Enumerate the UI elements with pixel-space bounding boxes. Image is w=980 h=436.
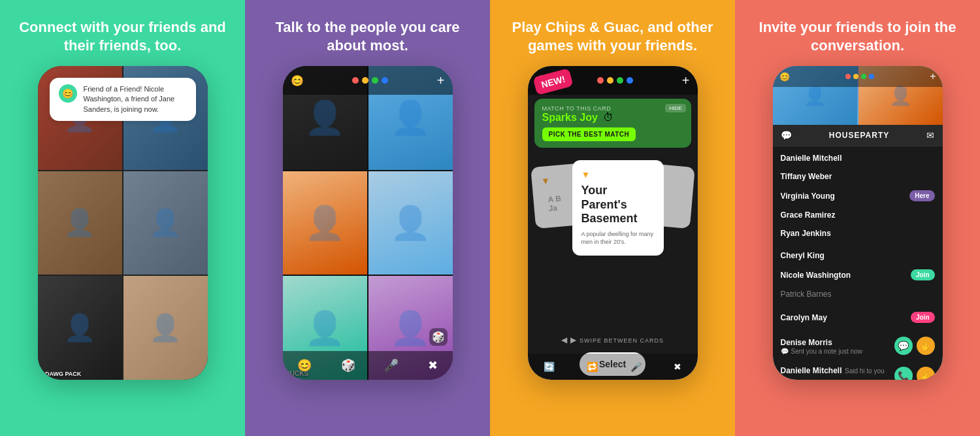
video-preview-4: 👤 👤 😊 + (773, 66, 943, 125)
friend-name-cheryl-king: Cheryl King (781, 251, 825, 260)
add-button-2[interactable]: + (437, 73, 445, 88)
action-hand-denise[interactable]: ✋ (917, 337, 935, 355)
match-title: Sparks Joy (542, 112, 598, 124)
friend-info-denise: Denise Morris 💬 Sent you a note just now (781, 336, 863, 355)
arrows-icon: ◀ ▶ (561, 335, 577, 344)
friend-name-carolyn-may: Carolyn May (781, 313, 827, 322)
hide-btn[interactable]: HIDE (665, 104, 685, 112)
friend-name-virginia-young: Virginia Young (781, 192, 835, 201)
friend-row-virginia-young: Virginia Young Here (773, 186, 943, 206)
friend-cell-3: 👤 (38, 171, 122, 275)
dot-red-3 (597, 77, 604, 84)
denise-sub: 💬 Sent you a note just now (781, 348, 863, 355)
dot-green-2 (372, 77, 378, 84)
badge-join-carolyn[interactable]: Join (911, 312, 935, 323)
face-emoji-2: 😊 (291, 75, 304, 87)
friend-cell-4: 👤 (123, 171, 208, 275)
panel-games: Play Chips & Guac, and other games with … (490, 0, 735, 436)
friend-name-grace-ramirez: Grace Ramirez (781, 210, 836, 220)
top-dots-3 (597, 77, 633, 84)
dot-yellow-3 (607, 77, 613, 84)
dot-red-4 (845, 74, 851, 79)
match-card: MATCH TO THIS CARD Sparks Joy ⏱ PICK THE… (534, 99, 691, 148)
friend-row-ryan-jenkins: Ryan Jenkins (773, 224, 943, 243)
card-desc: A popular dwelling for many men in their… (581, 230, 655, 246)
badge-join-nicole[interactable]: Join (911, 269, 935, 280)
video-top-bar: 😊 + (283, 66, 453, 95)
triangle-center: ▼ (581, 169, 655, 180)
notif-icon: 😊 (59, 84, 77, 103)
action-msg-denise[interactable]: 💬 (894, 337, 913, 355)
preview-top-bar: 😊 + (773, 66, 943, 87)
video-bottom-bar: 😊 🎲 🎤 ✖ (283, 351, 453, 380)
dot-green-4 (861, 74, 866, 79)
swipe-hint: ◀ ▶ SWIPE BETWEEN CARDS (528, 331, 698, 348)
pick-best-match-btn[interactable]: PICK THE BEST MATCH (542, 127, 636, 141)
dot-yellow-4 (853, 74, 858, 79)
top-dots-2 (352, 77, 388, 84)
friend-cell-5: 👤 ...DAWG PACK (38, 276, 122, 380)
friends-list-screen: 👤 👤 😊 + 💬 HOUSEPART (773, 66, 943, 380)
person-silhouette-4: 👤 (123, 171, 208, 275)
friend-info-danielle2: Danielle Mitchell Said hi to you 14m ago (781, 364, 894, 380)
dice-icon-2[interactable]: 🎲 (341, 358, 355, 373)
swipe-text: SWIPE BETWEEN CARDS (580, 337, 664, 344)
friend-row-danielle-mitchell: Danielle Mitchell (773, 149, 943, 167)
friend-name-danielle-mitchell: Danielle Mitchell (781, 154, 842, 163)
emoji-icon-2[interactable]: 😊 (297, 358, 312, 373)
game-bottom-bar: 🔄 🔁 🎤 ✖ (528, 354, 698, 380)
dot-blue-2 (382, 77, 388, 84)
denise-sub-text: Sent you a note just now (791, 348, 863, 355)
answer-card-center: ▼ Your Parent's Basement A popular dwell… (572, 160, 664, 256)
add-btn-4[interactable]: + (930, 71, 936, 82)
panel-connect: Connect with your friends and their frie… (0, 0, 245, 436)
dot-blue-3 (627, 77, 633, 84)
panel-1-title: Connect with your friends and their frie… (18, 18, 227, 54)
friend-row-nicole-washington: Nicole Washington Join (773, 265, 943, 285)
person-silhouette-5: 👤 (38, 276, 122, 380)
mic-icon-3[interactable]: 🎤 (630, 361, 642, 372)
dawg-pack-text: ...DAWG PACK (41, 371, 82, 377)
action-hand-danielle2[interactable]: ✋ (917, 367, 935, 380)
friend-name-ryan-jenkins: Ryan Jenkins (781, 229, 831, 238)
houseparty-label: HOUSEPARTY (829, 131, 889, 140)
add-button-3[interactable]: + (682, 73, 690, 88)
mic-icon-2[interactable]: 🎤 (384, 358, 399, 373)
action-phone-danielle2[interactable]: 📞 (894, 367, 913, 380)
phone-3: 😊 + NEW! MATCH TO THIS CARD Sparks Joy ⏱ (528, 66, 698, 380)
close-icon-3[interactable]: ✖ (674, 361, 681, 372)
video-grid: 👤 👤 👤 👤 👤 DUCKS 👤 (283, 66, 453, 380)
friend-notification: 😊 Friend of a Friend! Nicole Washington,… (50, 78, 196, 121)
friend-name-patrick-barnes: Patrick Barnes (781, 290, 832, 299)
person-video-3: 👤 (283, 171, 367, 275)
panel-2-title: Talk to the people you care about most. (263, 18, 472, 54)
friend-name-danielle2: Danielle Mitchell (781, 366, 842, 375)
friend-row-grace-ramirez: Grace Ramirez (773, 206, 943, 224)
dice-overlay: 🎲 (429, 328, 448, 346)
friend-name-nicole-washington: Nicole Washington (781, 271, 851, 280)
video-cell-3: 👤 (283, 171, 367, 275)
friend-row-danielle-mitchell-2: Danielle Mitchell Said hi to you 14m ago… (773, 360, 943, 380)
friend-row-patrick-barnes: Patrick Barnes (773, 285, 943, 303)
dot-red-2 (352, 77, 359, 84)
msg-indicator: 💬 (781, 348, 789, 355)
friend-name-tiffany-weber: Tiffany Weber (781, 172, 832, 181)
friend-row-tiffany-weber: Tiffany Weber (773, 167, 943, 186)
notif-text: Friend of a Friend! Nicole Washington, a… (84, 84, 187, 114)
face-emoji-4: 😊 (779, 72, 790, 82)
refresh-icon[interactable]: 🔄 (544, 361, 555, 372)
card-title: Your Parent's Basement (581, 184, 655, 226)
swap-icon[interactable]: 🔁 (587, 361, 598, 372)
panel-talk: Talk to the people you care about most. … (245, 0, 490, 436)
cards-area: ▼ A BJa ▼ Your Parent's Basement A popul… (533, 157, 693, 329)
dot-blue-4 (869, 74, 874, 79)
panel-3-title: Play Chips & Guac, and other games with … (508, 18, 717, 54)
friend-row-denise-morris: Denise Morris 💬 Sent you a note just now… (773, 331, 943, 360)
message-icon-4: 💬 (781, 130, 792, 141)
friend-name-denise: Denise Morris (781, 338, 832, 347)
clock-icon: ⏱ (603, 112, 613, 124)
phone-4: 👤 👤 😊 + 💬 HOUSEPART (773, 66, 943, 380)
preview-dots (845, 74, 874, 79)
phone-1: 😊 Friend of a Friend! Nicole Washington,… (38, 66, 208, 380)
close-icon-2[interactable]: ✖ (428, 358, 438, 373)
